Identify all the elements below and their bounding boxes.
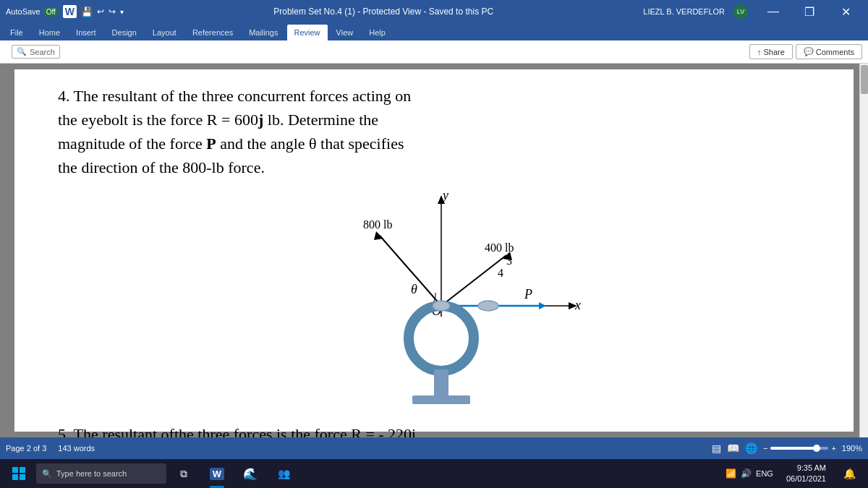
force-diagram: y x O 800 lb θ 400 lb <box>326 187 586 411</box>
comments-button[interactable]: 💬 Comments <box>796 44 862 59</box>
ribbon-commands: 🔍 Search ↑ Share 💬 Comments <box>0 40 868 64</box>
svg-rect-16 <box>20 467 25 473</box>
problem4-text: 4. The resultant of the three concurrent… <box>58 84 810 179</box>
title-bar: AutoSave Off W 💾 ↩ ↪ ▾ Problem Set No.4 … <box>0 0 868 23</box>
teams-icon: 👥 <box>278 468 290 479</box>
label-4: 4 <box>498 267 503 279</box>
clock-date: 06/01/2021 <box>786 474 826 484</box>
theta-label: θ <box>411 282 417 296</box>
P-label: P <box>524 287 532 301</box>
redo-icon[interactable]: ↪ <box>109 7 116 17</box>
autosave-toggle[interactable]: Off <box>43 7 59 17</box>
400lb-label: 400 lb <box>485 241 514 254</box>
task-view-icon: ⧉ <box>180 468 187 480</box>
taskbar-search-placeholder: Type here to search <box>56 469 127 478</box>
language-label: ENG <box>756 469 773 478</box>
titlebar-left: AutoSave Off W 💾 ↩ ↪ ▾ <box>6 5 124 18</box>
user-avatar: LV <box>733 4 748 19</box>
search-icon: 🔍 <box>17 47 27 56</box>
800lb-label: 800 lb <box>363 218 392 231</box>
search-label: Search <box>30 48 55 56</box>
y-axis-label: y <box>441 188 448 202</box>
read-view-icon[interactable]: 📖 <box>727 442 739 454</box>
tab-design[interactable]: Design <box>105 25 144 40</box>
share-area: ↑ Share 💬 Comments <box>749 44 862 59</box>
x-axis-label: x <box>574 298 581 312</box>
word-icon: W <box>63 5 77 18</box>
save-icon[interactable]: 💾 <box>81 7 93 17</box>
tab-file[interactable]: File <box>3 25 30 40</box>
taskbar-right: 📶 🔊 ENG 9:35 AM 06/01/2021 🔔 <box>720 459 865 488</box>
zoom-plus-icon[interactable]: + <box>831 444 835 453</box>
svg-line-6 <box>441 255 506 306</box>
clock-time: 9:35 AM <box>786 463 826 474</box>
clock[interactable]: 9:35 AM 06/01/2021 <box>780 463 832 485</box>
svg-rect-15 <box>12 467 18 473</box>
notification-button[interactable]: 🔔 <box>833 459 865 488</box>
minimize-button[interactable]: — <box>757 0 790 23</box>
svg-rect-18 <box>20 474 25 480</box>
notification-icon: 🔔 <box>843 468 856 479</box>
taskbar-teams-app[interactable]: 👥 <box>268 459 299 488</box>
taskbar-edge-app[interactable]: 🌊 <box>234 459 266 488</box>
svg-marker-9 <box>539 302 546 309</box>
search-box[interactable]: 🔍 Search <box>12 45 60 59</box>
windows-logo-icon <box>12 466 26 481</box>
problem5-text: 5. The resultant ofthe three forces is t… <box>58 425 810 437</box>
start-button[interactable] <box>3 459 35 488</box>
zoom-bar: − + 190% <box>763 444 862 453</box>
taskbar-word-app[interactable]: W <box>201 459 233 488</box>
tab-help[interactable]: Help <box>362 25 393 40</box>
zoom-percent: 190% <box>842 444 862 453</box>
share-icon: ↑ <box>757 48 762 56</box>
titlebar-center: Problem Set No.4 (1) - Protected View - … <box>124 7 643 17</box>
svg-rect-12 <box>412 395 470 404</box>
share-button[interactable]: ↑ Share <box>749 44 793 59</box>
undo-icon[interactable]: ↩ <box>97 7 104 17</box>
svg-point-14 <box>478 301 498 311</box>
zoom-minus-icon[interactable]: − <box>763 444 767 453</box>
tab-references[interactable]: References <box>185 25 240 40</box>
word-taskbar-icon: W <box>210 468 224 480</box>
web-view-icon[interactable]: 🌐 <box>745 442 757 454</box>
scroll-thumb[interactable] <box>861 65 868 94</box>
tab-layout[interactable]: Layout <box>145 25 184 40</box>
network-icon: 📶 <box>726 468 736 479</box>
normal-view-icon[interactable]: ▤ <box>712 442 721 454</box>
tab-review[interactable]: Review <box>287 25 328 40</box>
label-3: 3 <box>506 254 512 267</box>
svg-rect-11 <box>434 369 448 398</box>
zoom-thumb[interactable] <box>813 445 820 452</box>
close-button[interactable]: ✕ <box>829 0 862 23</box>
system-tray[interactable]: 📶 🔊 ENG <box>720 459 779 488</box>
task-view-button[interactable]: ⧉ <box>168 459 200 488</box>
diagram-area: y x O 800 lb θ 400 lb <box>101 187 810 411</box>
taskbar: 🔍 Type here to search ⧉ W 🌊 👥 📶 🔊 ENG 9:… <box>0 459 868 488</box>
ribbon-tabs: File Home Insert Design Layout Reference… <box>0 23 868 40</box>
user-name: LIEZL B. VERDEFLOR <box>643 7 725 16</box>
vertical-scrollbar[interactable] <box>859 64 868 437</box>
tab-insert[interactable]: Insert <box>69 25 103 40</box>
svg-marker-5 <box>374 231 383 240</box>
zoom-filled <box>770 447 814 450</box>
document-area: 4. The resultant of the three concurrent… <box>0 64 868 437</box>
restore-button[interactable]: ❐ <box>793 0 826 23</box>
svg-rect-17 <box>12 474 18 480</box>
status-right: ▤ 📖 🌐 − + 190% <box>712 442 862 454</box>
svg-point-13 <box>433 301 450 311</box>
page-info: Page 2 of 3 <box>6 444 46 453</box>
taskbar-search-icon: 🔍 <box>42 469 52 479</box>
titlebar-right: LIEZL B. VERDEFLOR LV — ❐ ✕ <box>643 0 862 23</box>
tab-home[interactable]: Home <box>32 25 67 40</box>
zoom-track[interactable] <box>770 447 828 450</box>
comments-icon: 💬 <box>804 47 814 56</box>
document-title: Problem Set No.4 (1) - Protected View - … <box>273 7 493 17</box>
document-page: 4. The resultant of the three concurrent… <box>14 69 854 432</box>
autosave-area: AutoSave Off <box>6 7 59 17</box>
taskbar-search[interactable]: 🔍 Type here to search <box>36 463 166 484</box>
tab-view[interactable]: View <box>329 25 361 40</box>
edge-icon: 🌊 <box>243 467 258 481</box>
autosave-label: AutoSave <box>6 7 41 16</box>
tab-mailings[interactable]: Mailings <box>242 25 285 40</box>
ribbon: File Home Insert Design Layout Reference… <box>0 23 868 64</box>
